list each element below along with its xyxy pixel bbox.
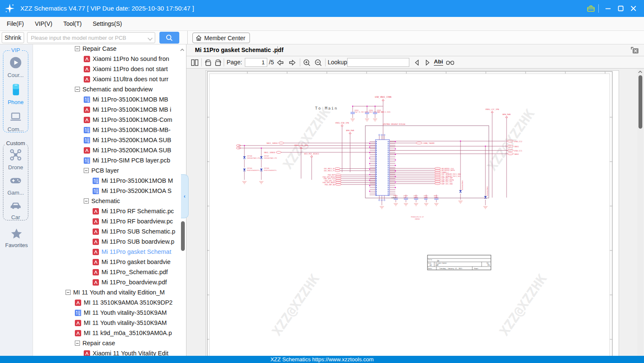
find-next-icon[interactable] [422, 58, 432, 67]
shrink-button[interactable]: Shrink [2, 32, 24, 43]
menu-settings[interactable]: Settings(S) [93, 20, 122, 27]
zoom-in-icon[interactable] [302, 58, 312, 67]
tree-folder[interactable]: Schematic [33, 196, 180, 206]
svg-text:SBU1_SENSE: SBU1_SENSE [266, 142, 278, 145]
toolbar-separator [224, 58, 224, 66]
tree-item[interactable]: MI 11 3510K9AM0A 3510K9DP2 [33, 297, 180, 308]
reading-glasses-icon[interactable] [445, 58, 455, 67]
document-tab[interactable]: Mi 11Pro gasket Schematic .pdf [195, 44, 283, 56]
tree-item-label: Mi 11Pro gasket Schemat [101, 248, 171, 255]
pdf-scrollbar[interactable] [637, 69, 643, 356]
tree-folder[interactable]: MI 11 Youth and vitality Edition_M [33, 287, 180, 297]
tree-scroll-up-icon[interactable] [180, 48, 185, 52]
two-page-view-icon[interactable] [190, 58, 200, 67]
pcb-file-icon [84, 137, 90, 143]
file-icon [84, 76, 90, 82]
rail-item-favorites[interactable]: Favorites [0, 227, 33, 248]
tree-folder[interactable]: Repair case [33, 338, 180, 348]
tab-bar: Mi 11Pro gasket Schematic .pdf [186, 44, 644, 56]
rail-item-phone[interactable]: Phone [3, 83, 28, 105]
panel-collapse-handle[interactable]: ‹ [181, 174, 189, 218]
lookup-input[interactable] [347, 58, 409, 67]
tree-scrollbar-thumb[interactable] [181, 221, 185, 251]
tree-item[interactable]: Mi 11Pro gasket boardvie [33, 257, 180, 267]
rail-item-course[interactable]: Cour... [3, 56, 28, 78]
rail-item-drone[interactable]: Drone [3, 148, 28, 170]
tree-item[interactable]: Mi 11Pro_boardview.pdf [33, 277, 180, 287]
rail-item-label: Favorites [0, 242, 33, 248]
tree-item[interactable]: Mi 11Pro RF boardview.pc [33, 216, 180, 226]
pdf-file-icon [84, 350, 90, 356]
tree-item[interactable]: Mi 11Pro gasket Schemat [33, 247, 180, 257]
file-icon [84, 127, 90, 133]
member-center-button[interactable]: Member Center [192, 33, 250, 43]
menu-file[interactable]: File(F) [7, 20, 24, 27]
rotate-left-icon[interactable] [203, 58, 213, 67]
minimize-button[interactable] [603, 3, 613, 14]
tree-item[interactable]: Xiaomi 11Ultra does not turr [33, 74, 180, 84]
tree-folder[interactable]: Repair Case [33, 44, 180, 54]
tree-item[interactable]: Mi 11Pro-35100K1MOB MB [33, 94, 180, 104]
tree-item[interactable]: Mi 11Pro-35100K1MOB MB i [33, 104, 180, 115]
tree-item[interactable]: Mi 11Pro SUB boardview.p [33, 236, 180, 247]
tree-item[interactable]: Xiaomi 11Pro No sound fron [33, 54, 180, 64]
tree-item[interactable]: Mi 11Pro-35100K1MOB M [33, 176, 180, 186]
file-icon [75, 310, 81, 316]
close-document-icon[interactable] [630, 47, 640, 54]
maximize-button[interactable] [616, 3, 626, 14]
tree-item-label: Xiaomi 11Ultra does not turr [93, 76, 168, 82]
close-button[interactable] [628, 3, 639, 14]
tree-item[interactable]: Xiaomi 11 Youth Vitality Edit [33, 348, 180, 356]
page-number-input[interactable] [245, 58, 267, 67]
pdf-viewport[interactable]: XZZ@XZZHK XZZ@XZZHK XZZ@XZZHK XZZ@XZZHK … [186, 69, 644, 356]
file-icon [84, 66, 90, 72]
search-button[interactable] [159, 32, 179, 44]
collapse-icon[interactable] [75, 46, 80, 51]
rotate-right-icon[interactable] [213, 58, 223, 67]
model-search-input[interactable] [27, 33, 145, 43]
scroll-up-icon[interactable] [638, 70, 643, 74]
toolbox-icon[interactable] [586, 3, 596, 14]
tree-item[interactable]: Xiaomi 11Pro does not start [33, 64, 180, 74]
zoom-out-icon[interactable] [313, 58, 323, 67]
tree-item[interactable]: Mi 11Pro_Schematic.pdf [33, 267, 180, 277]
tree-item-label: Mi 11Pro-35100K1MOB MB i [93, 106, 171, 113]
chevron-down-icon[interactable] [148, 36, 152, 40]
collapse-icon[interactable] [66, 290, 71, 295]
tree-item[interactable]: Mi 11Pro SUB Schematic.p [33, 226, 180, 236]
tree-item[interactable]: Mi 11Pro-35200K1MOA S [33, 186, 180, 196]
tree-item-label: MI 11 Youth vitality-3510K9AM [84, 319, 167, 326]
tree-item[interactable]: Mi 11Pro RF Schematic.pc [33, 206, 180, 216]
pdf-file-icon [84, 117, 90, 123]
collapse-icon[interactable] [84, 198, 89, 204]
collapse-icon[interactable] [75, 341, 80, 346]
rail-item-car[interactable]: Car [3, 198, 28, 220]
svg-text:150pF: 150pF [434, 197, 438, 198]
svg-text:Date:: Date: [428, 268, 433, 270]
tree-folder[interactable]: PCB layer [33, 165, 180, 176]
text-select-tool[interactable]: Abi [434, 58, 443, 66]
collapse-icon[interactable] [84, 168, 89, 173]
collapse-icon[interactable] [75, 87, 80, 92]
svg-text:CR6502: CR6502 [415, 218, 420, 220]
tree-item[interactable]: Mi 11Pro-35200K1MOA SUB [33, 145, 180, 155]
tree-folder[interactable]: Schematic and boardview [33, 84, 180, 94]
svg-text:CONN_THERM: CONN_THERM [423, 142, 434, 145]
file-icon [93, 249, 99, 255]
tree-item[interactable]: MI 11 Youth vitality-3510K9AM [33, 318, 180, 328]
tree-item[interactable]: Mi 11Pro-SIM PCB layer.pcb [33, 155, 180, 165]
rail-item-computer[interactable]: Com... [3, 110, 28, 132]
tree-item[interactable]: Mi 11Pro-35100K1MOB-Com [33, 115, 180, 125]
next-page-icon[interactable] [287, 58, 297, 67]
pdf-file-icon [75, 330, 81, 336]
tree-item[interactable]: Mi 11Pro-35100K1MOB-MB- [33, 125, 180, 135]
tree-item[interactable]: MI 11 k9d_m0a_3510K9AM0A.p [33, 328, 180, 338]
menu-vip[interactable]: VIP(V) [35, 20, 52, 27]
prev-page-icon[interactable] [275, 58, 285, 67]
rail-item-game[interactable]: Gam... [3, 173, 28, 196]
pdf-scrollbar-thumb[interactable] [639, 75, 642, 129]
menu-tool[interactable]: Tool(T) [63, 20, 82, 27]
tree-item[interactable]: MI 11 Youth vitality-3510K9AM [33, 308, 180, 318]
find-prev-icon[interactable] [412, 58, 422, 67]
tree-item[interactable]: Mi 11Pro-35200K1MOA SUB [33, 135, 180, 145]
